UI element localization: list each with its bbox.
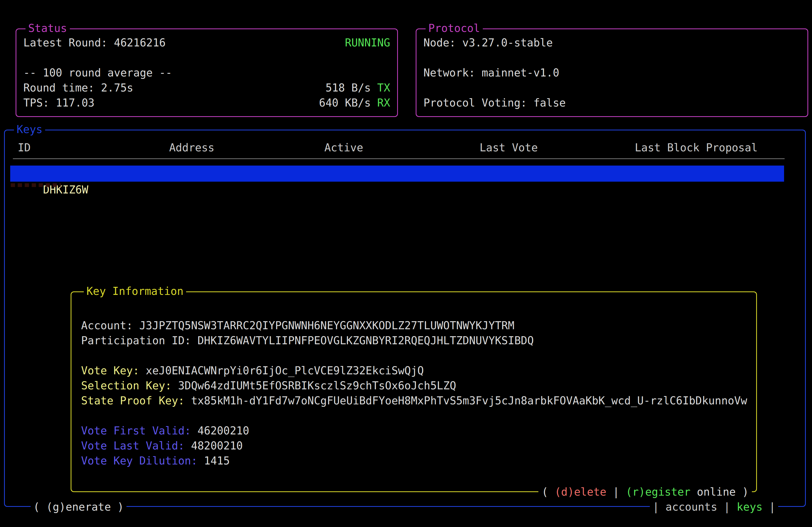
round-time-label: Round time:	[23, 81, 101, 94]
column-header-last-block-proposal: Last Block Proposal	[635, 140, 758, 155]
participation-id-label: Participation ID:	[81, 334, 197, 347]
column-header-last-vote: Last Vote	[480, 140, 538, 155]
protocol-voting: Protocol Voting: false	[423, 95, 566, 110]
rx-rate: 640 KB/s RX	[319, 95, 390, 110]
actions-separator: |	[606, 486, 626, 498]
column-header-address: Address	[169, 140, 215, 155]
network-value: mainnet-v1.0	[482, 66, 559, 79]
rx-label: RX	[377, 96, 390, 109]
account-label: Account:	[81, 319, 139, 332]
protocol-voting-label: Protocol Voting:	[423, 96, 533, 109]
vote-first-valid-label: Vote First Valid:	[81, 424, 197, 437]
selection-key-value: 3DQw64zdIUMt5EfOSRBIKsczlSz9chTsOx6oJch5…	[178, 379, 456, 392]
vote-key-dilution-line: Vote Key Dilution: 1415	[81, 453, 756, 468]
tps-label: TPS:	[23, 96, 56, 109]
participation-id-value: DHKIZ6WAVTYLIIPNFPEOVGLKZGNBYRI2RQEQJHLT…	[197, 334, 534, 347]
node-version: Node: v3.27.0-stable	[423, 35, 553, 50]
key-information-dialog: Key Information Account: J3JPZTQ5NSW3TAR…	[71, 291, 757, 492]
generate-key-button[interactable]: ( (g)enerate )	[31, 499, 127, 514]
protocol-panel: Protocol Node: v3.27.0-stable Network: m…	[416, 28, 808, 117]
round-average-header: -- 100 round average --	[23, 65, 172, 80]
tab-bar: | accounts | keys |	[650, 499, 778, 514]
column-header-active: Active	[324, 140, 363, 155]
actions-close-paren: )	[736, 486, 749, 498]
tab-accounts[interactable]: accounts	[666, 501, 717, 513]
state-proof-key-value: tx85kM1h-dY1Fd7w7oNCgFUeUiBdFYoeH8MxPhTv…	[191, 394, 747, 407]
table-row-ghost	[11, 183, 61, 187]
node-version-value: v3.27.0-stable	[462, 36, 553, 49]
selection-key-line: Selection Key: 3DQw64zdIUMt5EfOSRBIKsczl…	[81, 378, 756, 393]
keys-panel: Keys ID Address Active Last Vote Last Bl…	[4, 130, 806, 507]
status-panel-title: Status	[26, 21, 70, 36]
vote-key-line: Vote Key: xeJ0ENIACWNrpYi0r6IjOc_PlcVCE9…	[81, 363, 756, 378]
protocol-panel-title: Protocol	[425, 21, 483, 36]
network-label: Network:	[423, 66, 482, 79]
account-value: J3JPZTQ5NSW3TARRC2QIYPGNWNH6NEYGGNXXKODL…	[139, 319, 514, 332]
tx-rate-value: 518 B/s	[325, 81, 377, 94]
vote-key-value: xeJ0ENIACWNrpYi0r6IjOc_PlcVCE9lZ32EkciSw…	[146, 364, 424, 377]
actions-open-paren: (	[541, 486, 554, 498]
tab-bar-separator: |	[717, 501, 737, 513]
tx-rate: 518 B/s TX	[325, 80, 390, 95]
register-online-button[interactable]: (r)egister online	[626, 486, 736, 498]
vote-key-dilution-value: 1415	[204, 454, 230, 467]
tab-bar-separator: |	[763, 501, 775, 513]
status-panel: Status Latest Round: 46216216 RUNNING --…	[16, 28, 398, 117]
vote-key-dilution-label: Vote Key Dilution:	[81, 454, 204, 467]
vote-last-valid-line: Vote Last Valid: 48200210	[81, 438, 756, 453]
protocol-voting-value: false	[533, 96, 566, 109]
participation-id-line: Participation ID: DHKIZ6WAVTYLIIPNFPEOVG…	[81, 333, 756, 348]
state-proof-key-line: State Proof Key: tx85kM1h-dY1Fd7w7oNCgFU…	[81, 393, 756, 408]
rx-rate-value: 640 KB/s	[319, 96, 377, 109]
register-label: (r)egister	[626, 486, 690, 498]
latest-round-value: 46216216	[114, 36, 166, 49]
round-time-value: 2.75s	[101, 81, 133, 94]
latest-round-label: Latest Round:	[23, 36, 114, 49]
vote-key-label: Vote Key:	[81, 364, 146, 377]
key-information-title: Key Information	[84, 284, 186, 299]
column-header-id: ID	[18, 140, 31, 155]
key-information-actions: ( (d)elete | (r)egister online )	[538, 484, 752, 499]
table-row-selected[interactable]: DHKIZ6W	[10, 166, 784, 182]
state-proof-key-label: State Proof Key:	[81, 394, 191, 407]
tps-value: 117.03	[56, 96, 95, 109]
tab-keys[interactable]: keys	[737, 501, 763, 513]
tps: TPS: 117.03	[23, 95, 95, 110]
latest-round: Latest Round: 46216216	[23, 35, 166, 50]
online-label: online	[690, 486, 736, 498]
vote-last-valid-value: 48200210	[191, 439, 243, 452]
network: Network: mainnet-v1.0	[423, 65, 559, 80]
account-line: Account: J3JPZTQ5NSW3TARRC2QIYPGNWNH6NEY…	[81, 318, 756, 333]
run-state-badge: RUNNING	[345, 35, 390, 50]
node-label: Node:	[423, 36, 462, 49]
tab-bar-separator: |	[653, 501, 665, 513]
tx-label: TX	[377, 81, 390, 94]
vote-last-valid-label: Vote Last Valid:	[81, 439, 191, 452]
table-header-separator	[13, 158, 785, 159]
delete-key-button[interactable]: (d)elete	[555, 486, 607, 498]
vote-first-valid-value: 46200210	[197, 424, 249, 437]
round-time: Round time: 2.75s	[23, 80, 133, 95]
vote-first-valid-line: Vote First Valid: 46200210	[81, 423, 756, 438]
keys-panel-title: Keys	[14, 122, 45, 137]
selection-key-label: Selection Key:	[81, 379, 178, 392]
